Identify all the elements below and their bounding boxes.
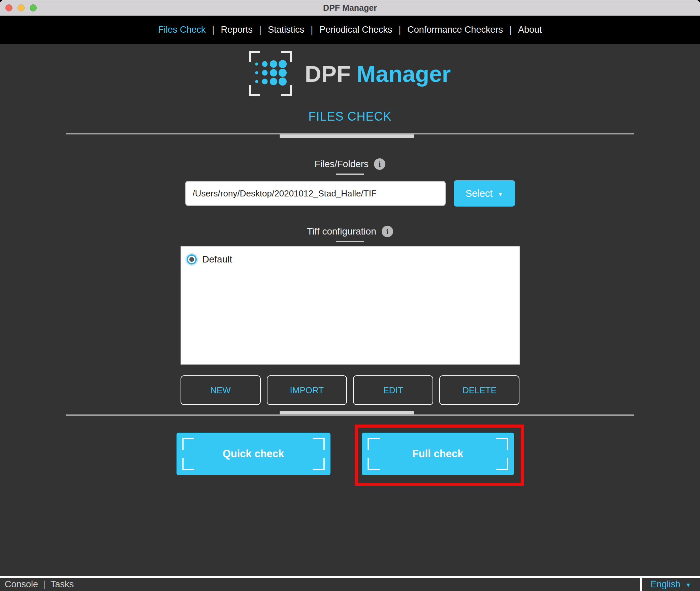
nav-statistics[interactable]: Statistics bbox=[268, 25, 304, 35]
radio-selected-icon[interactable] bbox=[187, 254, 197, 265]
delete-button[interactable]: DELETE bbox=[439, 375, 519, 405]
full-check-button[interactable]: Full check bbox=[362, 433, 514, 475]
label-underline bbox=[336, 241, 364, 242]
chevron-down-icon: ▼ bbox=[498, 191, 503, 197]
app-window: DPF Manager Files Check | Reports | Stat… bbox=[0, 0, 700, 591]
divider-handle bbox=[280, 411, 414, 415]
bracket-corner-icon bbox=[496, 438, 508, 450]
nav-periodical-checks[interactable]: Periodical Checks bbox=[319, 25, 392, 35]
tiff-config-label-row: Tiff configuration i bbox=[0, 224, 700, 239]
logo-wordmark: DPFManager bbox=[305, 61, 451, 87]
select-button-label: Select bbox=[466, 188, 493, 199]
nav-conformance-checkers[interactable]: Conformance Checkers bbox=[407, 25, 503, 35]
nav-separator: | bbox=[212, 25, 215, 35]
bracket-corner-icon bbox=[182, 438, 194, 450]
bracket-corner-icon bbox=[368, 458, 380, 470]
full-check-label: Full check bbox=[412, 448, 464, 460]
nav-separator: | bbox=[509, 25, 512, 35]
config-option-label: Default bbox=[202, 254, 232, 265]
logo-text-dpf: DPF bbox=[305, 61, 351, 87]
nav-separator: | bbox=[399, 25, 401, 35]
tiff-config-label: Tiff configuration bbox=[307, 226, 376, 237]
dots-grid-icon bbox=[254, 57, 287, 90]
bracket-corner-icon bbox=[496, 458, 508, 470]
nav-files-check[interactable]: Files Check bbox=[158, 25, 206, 35]
file-path-row: Select ▼ bbox=[0, 180, 700, 207]
chevron-down-icon: ▼ bbox=[686, 582, 691, 589]
titlebar: DPF Manager bbox=[0, 0, 700, 16]
zoom-button[interactable] bbox=[30, 4, 37, 11]
bracket-corner-icon bbox=[368, 438, 380, 450]
nav-about[interactable]: About bbox=[518, 25, 542, 35]
dpf-logo-icon bbox=[249, 51, 292, 96]
label-underline bbox=[336, 174, 364, 175]
tiff-config-list: Default bbox=[181, 246, 520, 365]
config-option-default[interactable]: Default bbox=[181, 251, 519, 268]
quick-check-label: Quick check bbox=[223, 448, 284, 460]
import-button[interactable]: IMPORT bbox=[267, 375, 347, 405]
nav-reports[interactable]: Reports bbox=[221, 25, 253, 35]
bottom-divider bbox=[66, 414, 634, 416]
select-button[interactable]: Select ▼ bbox=[454, 180, 515, 207]
info-icon[interactable]: i bbox=[374, 158, 385, 170]
status-bar-left: Console | Tasks bbox=[0, 578, 640, 591]
language-label: English bbox=[650, 579, 680, 590]
config-buttons-row: NEW IMPORT EDIT DELETE bbox=[181, 375, 520, 405]
bracket-corner-icon bbox=[182, 458, 194, 470]
red-highlight-annotation: Full check bbox=[355, 425, 524, 486]
tasks-tab[interactable]: Tasks bbox=[51, 579, 74, 590]
files-folders-label-row: Files/Folders i bbox=[0, 157, 700, 172]
close-button[interactable] bbox=[5, 4, 12, 11]
quick-check-button[interactable]: Quick check bbox=[177, 433, 330, 475]
language-dropdown[interactable]: English ▼ bbox=[640, 578, 700, 591]
bracket-corner-icon bbox=[313, 458, 325, 470]
top-divider bbox=[66, 133, 634, 134]
bracket-corner-icon bbox=[313, 438, 325, 450]
app-logo: DPFManager bbox=[0, 51, 700, 96]
divider-handle bbox=[280, 134, 414, 138]
info-icon[interactable]: i bbox=[382, 226, 393, 237]
files-folders-label: Files/Folders bbox=[315, 159, 369, 169]
check-actions-row: Quick check Full check bbox=[0, 425, 700, 486]
console-tab[interactable]: Console bbox=[5, 579, 38, 590]
main-nav: Files Check | Reports | Statistics | Per… bbox=[0, 16, 700, 44]
new-button[interactable]: NEW bbox=[181, 375, 261, 405]
nav-separator: | bbox=[311, 25, 313, 35]
window-controls bbox=[5, 0, 37, 15]
file-path-input[interactable] bbox=[185, 181, 446, 206]
window-title: DPF Manager bbox=[323, 3, 377, 13]
edit-button[interactable]: EDIT bbox=[353, 375, 433, 405]
minimize-button[interactable] bbox=[18, 4, 25, 11]
nav-separator: | bbox=[259, 25, 261, 35]
status-bar: Console | Tasks English ▼ bbox=[0, 576, 700, 591]
status-separator: | bbox=[43, 579, 45, 590]
logo-text-manager: Manager bbox=[357, 61, 451, 87]
page-title: FILES CHECK bbox=[0, 110, 700, 124]
